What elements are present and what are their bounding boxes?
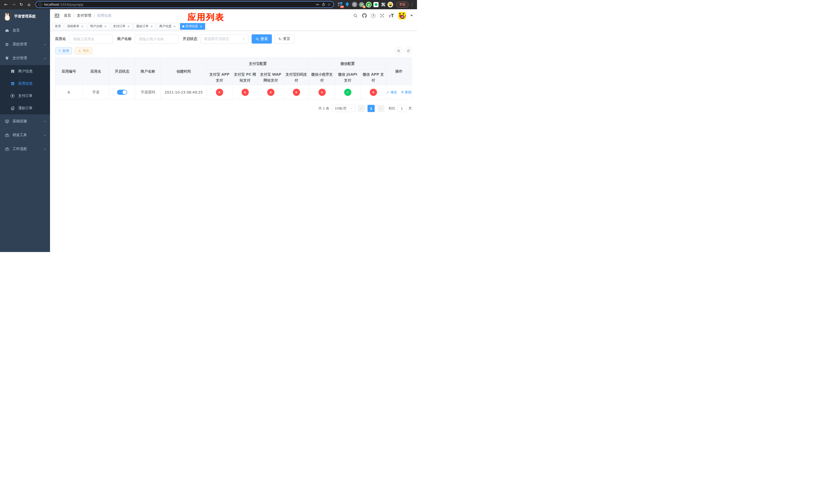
extension-y-icon[interactable]: y: [366, 2, 372, 8]
address-bar[interactable]: i localhost:1024/pay/app ☆: [36, 1, 334, 8]
close-icon[interactable]: ×: [150, 25, 153, 28]
merchant-name-input[interactable]: [135, 35, 178, 44]
cell-status: ✕: [309, 85, 335, 100]
col-header-wechat-app: 微信 APP 支付: [360, 70, 386, 85]
goto-page: 前往 页: [389, 105, 412, 112]
extension-chat-icon[interactable]: [373, 2, 379, 8]
extension-badge: 10: [340, 6, 344, 8]
extension-blocks-icon[interactable]: 10: [337, 2, 343, 8]
refresh-table-button[interactable]: [405, 47, 412, 54]
help-icon[interactable]: ?: [371, 14, 375, 18]
goto-page-input[interactable]: [397, 105, 407, 112]
tab-refund-order[interactable]: 退款订单×: [134, 23, 156, 30]
sidebar-item-pay[interactable]: ¥ 支付管理: [0, 51, 50, 65]
sidebar-collapse-icon[interactable]: [54, 13, 60, 19]
font-size-icon[interactable]: TT: [389, 13, 394, 18]
search-icon[interactable]: [353, 13, 358, 18]
refresh-icon: ↻: [279, 37, 282, 41]
tab-pay-order[interactable]: 支付订单×: [111, 23, 133, 30]
chevron-up-icon: [43, 56, 46, 60]
close-icon[interactable]: ×: [199, 25, 203, 28]
breadcrumb-pay[interactable]: 支付管理: [77, 13, 91, 18]
trash-icon: [401, 91, 404, 94]
close-icon[interactable]: ×: [81, 25, 84, 28]
main-area: 应用列表 首页 / 支付管理 / 应用信息: [50, 9, 417, 252]
extensions-puzzle-icon[interactable]: [380, 2, 386, 8]
user-avatar[interactable]: [398, 12, 406, 20]
col-header-alipay-qr: 支付宝扫码支付: [284, 70, 309, 85]
status-select[interactable]: 请选择开启状态: [201, 35, 248, 44]
cell-created: 2021-10-23 08:49:25: [161, 85, 207, 100]
browser-forward-icon[interactable]: →: [10, 1, 17, 8]
enabled-switch[interactable]: [117, 90, 127, 95]
password-key-icon[interactable]: [316, 3, 320, 6]
sidebar-item-label: 应用信息: [18, 81, 32, 86]
tab-app-info[interactable]: 应用信息×: [180, 23, 205, 30]
tab-user-group[interactable]: 用户分组×: [88, 23, 110, 30]
add-button[interactable]: + 新增: [55, 47, 72, 54]
sidebar-item-merchant-info[interactable]: 商户信息: [0, 65, 50, 77]
browser-home-icon[interactable]: ⌂: [26, 1, 32, 8]
goto-label: 前往: [389, 106, 395, 111]
next-page-button[interactable]: ›: [377, 105, 385, 112]
sidebar-item-label: 支付订单: [18, 94, 32, 98]
github-icon[interactable]: [362, 13, 367, 18]
extension-emoji-icon[interactable]: [387, 2, 393, 8]
tab-process-form[interactable]: 流程表单×: [65, 23, 86, 30]
page-size-select[interactable]: 10条/页: [332, 105, 355, 112]
share-icon[interactable]: [322, 3, 326, 6]
col-header-created: 创建时间: [161, 58, 207, 85]
url-text[interactable]: localhost:1024/pay/app: [44, 3, 314, 6]
app-name-input[interactable]: [69, 35, 113, 44]
tags-view: 首页 流程表单× 用户分组× 支付订单× 退款订单× 商户信息× 应用信息×: [50, 22, 417, 31]
browser-reload-icon[interactable]: ↻: [18, 1, 25, 8]
extension-ring-icon[interactable]: 1: [358, 2, 365, 8]
extension-command-icon[interactable]: ⌘: [351, 2, 357, 8]
extension-gem-icon[interactable]: [344, 2, 350, 8]
close-icon[interactable]: ×: [173, 25, 176, 28]
toggle-search-button[interactable]: [395, 47, 402, 54]
browser-back-icon[interactable]: ←: [3, 1, 9, 8]
browser-menu-icon[interactable]: ⋮: [410, 2, 414, 7]
fullscreen-icon[interactable]: [380, 13, 385, 18]
cell-actions: 修改 删除: [386, 85, 412, 100]
edit-label: 修改: [390, 90, 397, 95]
avatar-caret-icon[interactable]: [410, 15, 413, 18]
page-size-value: 10条/页: [335, 106, 350, 111]
prev-page-button[interactable]: ‹: [358, 105, 365, 112]
col-group-wechat: 微信配置: [309, 58, 386, 70]
briefcase-icon: [5, 133, 9, 137]
navbar-actions: ? TT: [353, 12, 413, 20]
export-button[interactable]: 导出: [74, 47, 92, 54]
close-icon[interactable]: ×: [127, 25, 130, 28]
table-toolbar: + 新增 导出: [55, 47, 412, 54]
breadcrumb-home[interactable]: 首页: [64, 13, 71, 18]
delete-link[interactable]: 删除: [401, 90, 412, 95]
close-icon[interactable]: ×: [104, 25, 107, 28]
edit-link[interactable]: 修改: [386, 90, 397, 95]
sidebar-item-refund-order[interactable]: 退款订单: [0, 102, 50, 114]
sidebar-item-workflow[interactable]: 工作流程: [0, 142, 50, 156]
chrome-update-button[interactable]: 更新: [396, 2, 409, 8]
sidebar-item-system[interactable]: ⚙ 系统管理: [0, 38, 50, 51]
sidebar-logo[interactable]: 芋道管理系统: [0, 9, 50, 24]
sidebar-item-dev-tools[interactable]: 研发工具: [0, 128, 50, 142]
tab-home[interactable]: 首页: [52, 23, 63, 30]
bookmark-star-icon[interactable]: ☆: [328, 2, 331, 7]
col-header-enabled: 开启状态: [109, 58, 135, 85]
add-button-label: 新增: [63, 49, 69, 53]
table-settings: [395, 47, 412, 54]
page-number-1[interactable]: 1: [368, 105, 375, 112]
pagination: 共 1 条 10条/页 ‹ 1 › 前往 页: [55, 105, 412, 112]
search-button[interactable]: 搜索: [251, 35, 272, 44]
sidebar-item-app-info[interactable]: 应用信息: [0, 77, 50, 90]
tab-label: 应用信息: [186, 24, 198, 28]
site-info-icon[interactable]: i: [39, 3, 42, 6]
sidebar-item-label: 商户信息: [18, 69, 32, 74]
sidebar-item-label: 系统管理: [13, 42, 27, 47]
sidebar-item-pay-order[interactable]: ¥ 支付订单: [0, 90, 50, 102]
reset-button[interactable]: ↻ 重置: [275, 35, 294, 44]
sidebar-item-infra[interactable]: 基础设施: [0, 114, 50, 128]
sidebar-item-home[interactable]: 首页: [0, 24, 50, 38]
tab-merchant-info[interactable]: 商户信息×: [157, 23, 179, 30]
